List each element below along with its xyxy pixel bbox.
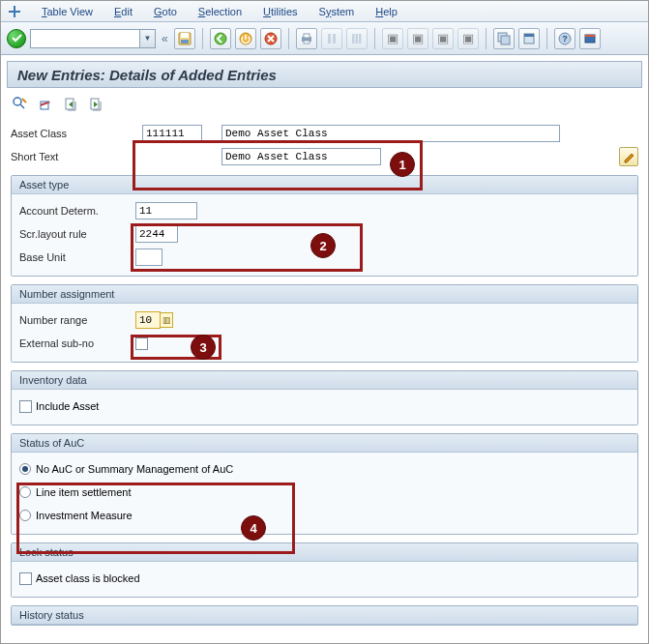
menu-utilities[interactable]: Utilities [253,4,307,19]
svg-rect-12 [333,34,336,44]
svg-rect-4 [181,40,189,44]
print-button[interactable] [296,28,317,49]
svg-rect-13 [352,34,355,44]
cancel-button[interactable] [260,28,281,49]
find-button [321,28,342,49]
menu-edit[interactable]: Edit [104,4,142,19]
change-display-icon[interactable] [11,95,30,114]
long-text-edit-button[interactable] [619,147,638,166]
svg-line-25 [20,104,24,108]
group-status-auc: Status of AuC No AuC or Summary Manageme… [11,433,638,535]
radio-investment[interactable] [19,510,31,521]
menu-logo-icon[interactable] [7,4,22,19]
next-page-button: ▣ [432,28,454,49]
external-subno-label: External sub-no [19,337,135,349]
svg-rect-1 [14,6,15,17]
find-next-button [346,28,368,49]
account-determ-label: Account Determ. [19,205,135,217]
base-unit-input[interactable] [135,249,162,266]
radio-no-auc[interactable] [19,463,31,475]
number-range-label: Number range [19,314,135,326]
generate-shortcut-button[interactable] [518,28,540,49]
base-unit-label: Base Unit [19,251,135,263]
back-button[interactable] [210,28,231,49]
prev-page-button: ▣ [407,28,428,49]
asset-blocked-label: Asset class is blocked [36,572,140,584]
svg-rect-3 [181,33,189,38]
page-title: New Entries: Details of Added Entries [7,61,642,88]
collapse-toolbar-icon[interactable]: « [160,32,170,45]
svg-rect-19 [524,34,534,37]
svg-rect-15 [359,34,362,44]
asset-class-input[interactable] [142,125,202,142]
svg-rect-17 [501,36,510,44]
svg-rect-9 [304,34,310,38]
delete-icon[interactable] [36,95,55,114]
action-bar [7,92,642,117]
asset-class-desc-input[interactable] [221,125,560,142]
menu-table-view[interactable]: TTable Viewable View [32,4,103,19]
short-text-label: Short Text [11,151,127,162]
menu-selection[interactable]: Selection [189,4,251,19]
command-field[interactable]: ▼ [30,29,156,48]
exit-button[interactable] [235,28,256,49]
radio-no-auc-label: No AuC or Summary Management of AuC [36,463,233,475]
svg-rect-11 [328,34,331,44]
group-status-auc-title: Status of AuC [12,434,637,453]
next-entry-icon[interactable] [86,95,105,114]
last-page-button: ▣ [457,28,479,49]
number-range-input[interactable] [135,311,161,329]
menu-system[interactable]: System [310,4,365,19]
svg-rect-23 [585,35,595,37]
menu-bar: TTable Viewable View Edit Goto Selection… [1,1,648,22]
prev-entry-icon[interactable] [61,95,80,114]
scr-layout-label: Scr.layout rule [19,228,135,240]
account-determ-input[interactable] [135,202,197,220]
radio-investment-label: Investment Measure [36,510,133,521]
radio-line-item[interactable] [19,486,31,498]
help-button[interactable]: ? [554,28,575,49]
radio-line-item-label: Line item settlement [36,486,131,498]
first-page-button: ▣ [382,28,403,49]
ok-icon[interactable] [7,29,26,48]
svg-rect-14 [355,34,358,44]
group-asset-type: Asset type Account Determ. Scr.layout ru… [11,175,638,277]
group-inventory: Inventory data Include Asset [11,370,638,425]
external-subno-checkbox[interactable] [135,337,148,350]
search-help-icon[interactable]: ▥ [160,312,173,328]
group-asset-type-title: Asset type [12,176,637,194]
group-lock-status-title: Lock status [12,543,637,562]
group-history-status: History status [11,605,638,626]
group-history-status-title: History status [12,606,637,625]
group-lock-status: Lock status Asset class is blocked [11,542,638,598]
menu-help[interactable]: Help [366,4,407,19]
new-session-button[interactable] [493,28,515,49]
group-number-assignment: Number assignment Number range ▥ Externa… [11,284,638,363]
scr-layout-input[interactable] [135,225,178,243]
group-inventory-title: Inventory data [12,371,637,390]
short-text-input[interactable] [221,148,381,165]
include-asset-label: Include Asset [36,400,99,412]
menu-goto[interactable]: Goto [144,4,187,19]
svg-text:?: ? [562,34,568,44]
asset-class-label: Asset Class [11,128,127,139]
include-asset-checkbox[interactable] [19,400,32,413]
combo-dropdown-icon[interactable]: ▼ [139,30,155,47]
svg-point-24 [14,98,21,105]
svg-rect-10 [304,41,310,44]
asset-blocked-checkbox[interactable] [19,572,32,585]
content-area: Asset Class Short Text Asset type Accoun… [1,123,648,626]
save-button[interactable] [174,28,195,49]
main-toolbar: ▼ « ▣ ▣ ▣ ▣ ? [1,22,648,55]
layout-button[interactable] [579,28,601,49]
group-number-assignment-title: Number assignment [12,285,637,304]
